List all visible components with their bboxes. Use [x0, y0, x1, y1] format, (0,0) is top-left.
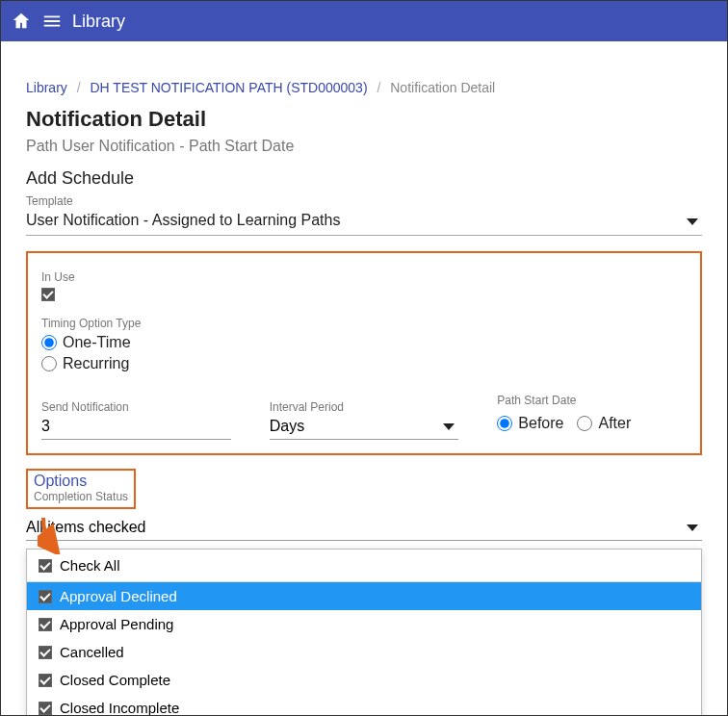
send-notification-label: Send Notification — [41, 400, 231, 414]
option-checkbox[interactable] — [39, 674, 52, 687]
menu-icon[interactable] — [41, 11, 63, 32]
in-use-checkbox[interactable] — [41, 288, 55, 301]
before-radio[interactable] — [497, 416, 512, 431]
timing-recurring-radio[interactable] — [41, 356, 57, 371]
schedule-settings-box: In Use Timing Option Type One-Time Recur… — [26, 251, 702, 455]
option-label: Approval Pending — [60, 616, 173, 632]
completion-status-option[interactable]: Closed Complete — [27, 666, 701, 694]
timing-option-type-label: Timing Option Type — [41, 317, 687, 330]
options-title: Options — [34, 473, 128, 490]
option-label: Closed Incomplete — [60, 700, 179, 716]
breadcrumb-current: Notification Detail — [390, 80, 495, 95]
check-all-label: Check All — [60, 557, 120, 574]
top-app-bar: Library — [1, 1, 727, 41]
breadcrumb-path-item[interactable]: DH TEST NOTIFICATION PATH (STD000003) — [90, 80, 367, 95]
home-icon[interactable] — [11, 11, 32, 32]
options-heading-box: Options Completion Status — [26, 469, 136, 509]
before-label[interactable]: Before — [518, 415, 563, 432]
template-label: Template — [26, 194, 702, 208]
interval-period-label: Interval Period — [270, 400, 459, 414]
chevron-down-icon — [443, 423, 455, 430]
timing-one-time-label[interactable]: One-Time — [63, 334, 131, 351]
completion-status-label: Completion Status — [34, 490, 128, 503]
option-label: Closed Complete — [60, 672, 170, 688]
path-start-date-label: Path Start Date — [497, 394, 687, 407]
in-use-label: In Use — [41, 270, 687, 284]
interval-period-value: Days — [270, 418, 304, 435]
page-title: Notification Detail — [26, 107, 702, 132]
add-schedule-heading: Add Schedule — [26, 168, 702, 189]
completion-status-option[interactable]: Closed Incomplete — [27, 694, 701, 716]
completion-status-option[interactable]: Approval Declined — [27, 582, 701, 610]
check-all-row[interactable]: Check All — [27, 550, 701, 582]
completion-status-dropdown: Check All Approval DeclinedApproval Pend… — [26, 549, 702, 716]
completion-status-value: All items checked — [26, 519, 146, 536]
option-checkbox[interactable] — [39, 646, 52, 659]
page-subtitle: Path User Notification - Path Start Date — [26, 138, 702, 155]
timing-recurring-label[interactable]: Recurring — [63, 355, 129, 372]
app-title: Library — [72, 12, 125, 32]
breadcrumb-library[interactable]: Library — [26, 80, 67, 95]
send-notification-input[interactable] — [41, 414, 231, 440]
option-checkbox[interactable] — [39, 702, 52, 715]
option-checkbox[interactable] — [39, 590, 52, 603]
breadcrumb-separator: / — [371, 80, 386, 95]
option-checkbox[interactable] — [39, 618, 52, 631]
chevron-down-icon — [687, 524, 698, 531]
option-label: Cancelled — [60, 644, 124, 660]
chevron-down-icon — [687, 218, 698, 225]
breadcrumb: Library / DH TEST NOTIFICATION PATH (STD… — [26, 80, 702, 95]
completion-status-list[interactable]: Approval DeclinedApproval PendingCancell… — [27, 582, 701, 716]
after-label[interactable]: After — [598, 415, 631, 432]
timing-one-time-radio[interactable] — [41, 335, 57, 350]
page-content: Library / DH TEST NOTIFICATION PATH (STD… — [1, 41, 727, 716]
completion-status-option[interactable]: Cancelled — [27, 638, 701, 666]
option-label: Approval Declined — [60, 588, 177, 604]
completion-status-select[interactable]: All items checked — [26, 513, 702, 541]
interval-period-select[interactable]: Days — [270, 414, 459, 440]
completion-status-option[interactable]: Approval Pending — [27, 610, 701, 638]
template-select[interactable]: User Notification - Assigned to Learning… — [26, 208, 702, 236]
check-all-checkbox[interactable] — [39, 559, 52, 573]
breadcrumb-separator: / — [71, 80, 87, 95]
after-radio[interactable] — [577, 416, 592, 431]
template-value: User Notification - Assigned to Learning… — [26, 212, 687, 229]
